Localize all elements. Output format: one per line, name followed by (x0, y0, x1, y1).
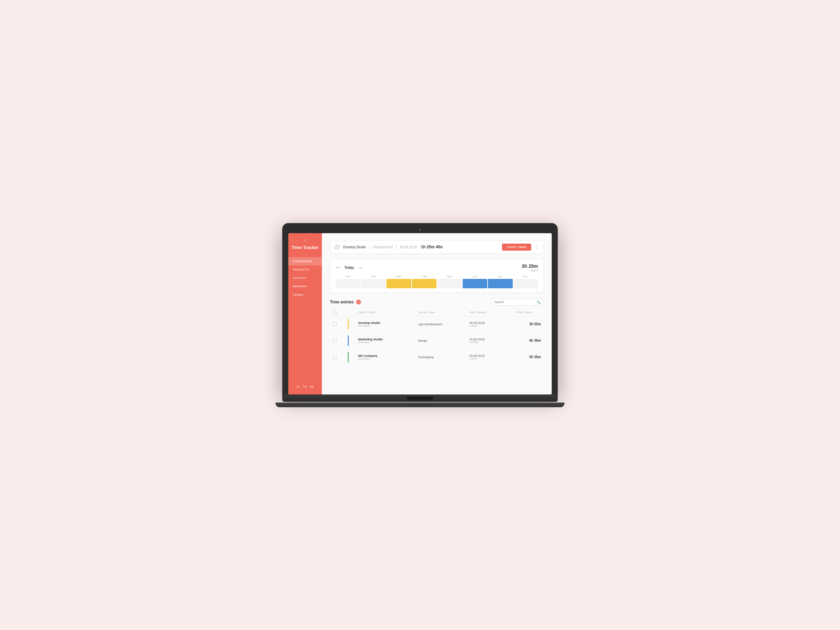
laptop-notch (407, 396, 433, 400)
laptop-bottom-bar (276, 403, 564, 407)
sidebar-item-projects[interactable]: PROJECTS (288, 265, 322, 274)
row-2-checkbox[interactable] (333, 339, 337, 343)
row-1-color-cell (345, 316, 355, 332)
search-icon[interactable]: ⌕ (304, 237, 306, 242)
row-1-checkbox[interactable] (333, 322, 337, 326)
row-3-checkbox[interactable] (333, 355, 337, 359)
timeline-block-yellow (387, 279, 411, 288)
timer-bar: 🕐 Develop Studio Development 26.09.2018.… (330, 241, 544, 254)
twitter-icon[interactable]: TW (302, 385, 307, 388)
timeline-hours: 8am 9am 10am 11am 12pm 1pm 2pm 3pm (336, 275, 538, 278)
timeline-total-label: logged (522, 269, 538, 272)
hour-label-3pm: 3pm (513, 275, 538, 278)
row-1-client-name: Develop Studio (358, 321, 413, 325)
sidebar-item-teams[interactable]: TEAMS (288, 291, 322, 299)
row-1-client-desc: Description (358, 325, 413, 327)
start-timer-button[interactable]: START TIMER (502, 243, 531, 251)
entries-title-row: Time entries 6 (330, 300, 361, 305)
row-1-check-cell (330, 316, 345, 332)
row-2-client-name: Marketing Studio (358, 338, 413, 341)
timeline-grid (336, 279, 538, 288)
row-2-service: Design (418, 339, 464, 343)
table-row: Marketing Studio Description Design 25.0… (330, 332, 544, 349)
row-3-date: 25.09.2018. (469, 354, 511, 357)
row-1-date: 26.09.2018. (469, 321, 511, 325)
entries-title: Time entries (330, 300, 354, 305)
timeline-cell-7 (488, 279, 513, 288)
facebook-icon[interactable]: FB (310, 385, 314, 388)
timeline-cell-8 (513, 279, 538, 288)
sidebar: ⌕ Time Tracker DASHBOARD PROJECTS ACTIVI… (288, 233, 322, 395)
timeline-cell-1 (336, 279, 360, 288)
select-all-checkbox[interactable] (333, 311, 337, 314)
row-1-started: 9:00am (469, 325, 511, 327)
timeline-nav: ← Today → (336, 265, 363, 270)
row-3-service-cell: Prototyping (415, 349, 467, 365)
timer-divider2 (396, 244, 396, 250)
timeline-today-label: Today (344, 266, 354, 270)
more-options-icon[interactable]: ⋮ (535, 244, 539, 249)
search-icon-small: 🔍 (537, 300, 541, 304)
col-header-service: Service / Note (415, 309, 467, 316)
timer-elapsed: 1h 25m 40s (421, 245, 499, 249)
timeline-prev-arrow[interactable]: ← (336, 265, 340, 270)
sidebar-nav: DASHBOARD PROJECTS ACTIVITY REPORTS TEAM… (288, 257, 322, 299)
laptop-camera (419, 229, 421, 231)
row-2-date-cell: 25.09.2018. 10:35am (467, 332, 514, 349)
hour-label-10am: 10am (387, 275, 412, 278)
laptop-base (282, 395, 558, 402)
sidebar-title: Time Tracker (292, 245, 319, 251)
laptop-bezel: ⌕ Time Tracker DASHBOARD PROJECTS ACTIVI… (282, 223, 558, 395)
col-header-client: Client / Project (355, 309, 415, 316)
row-2-client-cell: Marketing Studio Description (355, 332, 415, 349)
clock-icon: 🕐 (334, 245, 340, 249)
timeline-block-blue (463, 279, 488, 288)
hour-label-12pm: 12pm (437, 275, 462, 278)
row-2-duration-cell: 6h 35m (514, 332, 544, 349)
entries-count-badge: 6 (356, 300, 361, 305)
sidebar-item-activity[interactable]: ACTIVITY (288, 274, 322, 282)
timeline-container: ← Today → 3h 25m logged 8am 9am 10am (330, 259, 544, 293)
row-2-date: 25.09.2018. (469, 338, 511, 341)
timeline-block-yellow-2 (412, 279, 437, 288)
timer-client: Develop Studio (343, 245, 366, 249)
row-3-check-cell (330, 349, 345, 365)
instagram-icon[interactable]: IG (296, 385, 300, 388)
search-input[interactable] (494, 300, 535, 304)
timeline-next-arrow[interactable]: → (358, 265, 363, 270)
entries-table: Client / Project Service / Note Date / S… (330, 309, 544, 365)
hour-label-1pm: 1pm (462, 275, 487, 278)
timeline-total-time: 3h 25m (522, 264, 538, 269)
row-2-color-bar (348, 335, 349, 346)
sidebar-item-dashboard[interactable]: DASHBOARD (288, 257, 322, 265)
row-3-duration-cell: 5h 35m (514, 349, 544, 365)
row-1-service: App Development (418, 322, 464, 326)
row-2-color-cell (345, 332, 355, 349)
col-header-check (330, 309, 345, 316)
timer-divider (369, 244, 369, 250)
row-2-check-cell (330, 332, 345, 349)
laptop-wrapper: ⌕ Time Tracker DASHBOARD PROJECTS ACTIVI… (282, 223, 558, 407)
row-2-service-cell: Design (415, 332, 467, 349)
timeline-block-blue-2 (488, 279, 513, 288)
timeline-cell-6 (463, 279, 488, 288)
timeline-cell-4 (412, 279, 437, 288)
timeline-cell-3 (387, 279, 411, 288)
timer-service: Development (373, 245, 393, 249)
row-3-client-desc: Description (358, 357, 413, 360)
row-3-client-cell: MS Company Description (355, 349, 415, 365)
entries-search-box[interactable]: 🔍 (491, 299, 544, 306)
laptop-screen: ⌕ Time Tracker DASHBOARD PROJECTS ACTIVI… (288, 233, 552, 395)
entries-header: Time entries 6 🔍 (330, 299, 544, 306)
hour-label-9am: 9am (361, 275, 386, 278)
row-1-date-cell: 26.09.2018. 9:00am (467, 316, 514, 332)
row-3-started: 1:35pm (469, 357, 511, 360)
row-2-started: 10:35am (469, 341, 511, 343)
row-1-duration: 3h 55m (516, 322, 541, 326)
timeline-cell-2 (361, 279, 386, 288)
col-header-date: Date / Started (467, 309, 514, 316)
row-3-service: Prototyping (418, 355, 464, 359)
row-3-color-bar (348, 352, 349, 363)
row-3-date-cell: 25.09.2018. 1:35pm (467, 349, 514, 365)
sidebar-item-reports[interactable]: REPORTS (288, 282, 322, 291)
